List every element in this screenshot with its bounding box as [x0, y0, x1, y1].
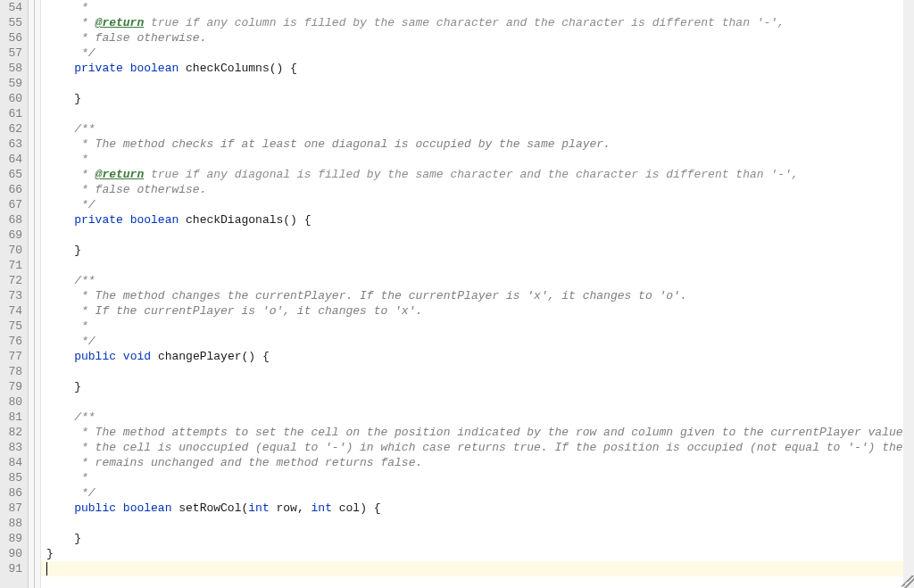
code-line[interactable]: * If the currentPlayer is 'o', it change… — [41, 303, 914, 319]
code-token-plain — [332, 501, 339, 515]
code-token-ret: @return — [96, 168, 145, 181]
line-number: 84 — [4, 455, 22, 470]
line-number: 58 — [4, 61, 22, 76]
code-token-kw: boolean — [130, 213, 179, 227]
code-token-paren: } — [74, 92, 81, 105]
code-line[interactable]: * — [41, 152, 914, 167]
code-line[interactable]: * the cell is unoccupied (equal to '-') … — [41, 440, 914, 455]
code-token-paren: } — [74, 380, 81, 393]
code-line[interactable]: * The method attempts to set the cell on… — [41, 425, 914, 440]
line-number: 62 — [4, 121, 22, 137]
code-token-paren: () { — [270, 62, 297, 75]
code-token-doc: * remains unchanged and the method retur… — [46, 456, 422, 469]
code-area[interactable]: * * @return true if any column is filled… — [41, 0, 914, 588]
code-token-doc: /** — [46, 274, 96, 287]
code-token-doc: * — [46, 168, 96, 181]
code-line[interactable] — [41, 364, 914, 379]
code-token-plain — [46, 213, 74, 227]
line-number: 82 — [4, 425, 22, 440]
code-token-plain — [123, 213, 130, 227]
line-number: 75 — [4, 319, 22, 334]
code-line[interactable] — [41, 76, 914, 91]
code-token-plain — [179, 213, 186, 227]
code-token-doc: /** — [46, 122, 96, 136]
code-line[interactable]: } — [41, 243, 914, 258]
code-line[interactable]: private boolean checkColumns() { — [41, 61, 914, 76]
line-number: 74 — [4, 303, 22, 319]
code-line[interactable]: */ — [41, 485, 914, 501]
code-token-kw: public — [74, 350, 116, 363]
code-token-doc: */ — [46, 46, 96, 60]
line-number: 61 — [4, 106, 22, 121]
code-line[interactable]: * — [41, 319, 914, 334]
code-token-method: checkColumns — [186, 62, 270, 75]
code-line[interactable]: public void changePlayer() { — [41, 349, 914, 364]
code-line[interactable] — [41, 394, 914, 410]
code-token-kw: private — [74, 213, 123, 227]
code-token-kw: private — [74, 62, 123, 75]
line-number: 71 — [4, 258, 22, 273]
code-line[interactable]: * @return true if any diagonal is filled… — [41, 167, 914, 182]
code-line[interactable]: * The method checks if at least one diag… — [41, 137, 914, 152]
code-token-var: col — [339, 501, 360, 515]
code-token-doc: * The method checks if at least one diag… — [46, 137, 611, 151]
code-line[interactable] — [41, 106, 914, 121]
code-line[interactable]: } — [41, 546, 914, 561]
code-line[interactable]: */ — [41, 197, 914, 212]
line-number: 59 — [4, 76, 22, 91]
code-line[interactable]: /** — [41, 121, 914, 137]
code-line[interactable]: * @return true if any column is filled b… — [41, 15, 914, 30]
code-line[interactable]: */ — [41, 334, 914, 349]
code-line[interactable] — [41, 228, 914, 243]
line-number: 63 — [4, 137, 22, 152]
code-token-plain — [46, 501, 74, 515]
line-number: 68 — [4, 212, 22, 228]
code-line[interactable]: /** — [41, 273, 914, 288]
code-line[interactable]: * — [41, 470, 914, 485]
code-token-doc: */ — [46, 486, 96, 500]
code-line[interactable]: /** — [41, 410, 914, 425]
line-number: 89 — [4, 531, 22, 546]
code-token-plain — [116, 350, 123, 363]
code-token-plain — [46, 380, 74, 393]
code-editor[interactable]: 5455565758596061626364656667686970717273… — [0, 0, 914, 588]
resize-corner-icon[interactable] — [902, 576, 914, 588]
text-caret — [46, 562, 47, 576]
code-token-paren: } — [74, 244, 81, 257]
code-line[interactable]: * false otherwise. — [41, 30, 914, 46]
code-token-paren: () { — [242, 350, 270, 363]
code-token-doc: * the cell is unoccupied (equal to '-') … — [46, 441, 914, 454]
code-token-plain — [46, 62, 74, 75]
code-token-kw: boolean — [123, 501, 172, 515]
line-number: 72 — [4, 273, 22, 288]
code-line[interactable]: */ — [41, 46, 914, 61]
code-token-doc: * — [46, 16, 96, 29]
code-line[interactable]: * false otherwise. — [41, 182, 914, 197]
code-token-paren: () { — [283, 213, 311, 227]
vertical-scrollbar[interactable] — [903, 0, 914, 588]
code-token-kw: public — [74, 501, 116, 515]
fold-gutter[interactable] — [29, 0, 41, 588]
code-line[interactable]: } — [41, 531, 914, 546]
line-number: 77 — [4, 349, 22, 364]
code-token-doc: */ — [46, 335, 96, 348]
code-token-plain — [46, 532, 74, 545]
code-line[interactable]: private boolean checkDiagonals() { — [41, 212, 914, 228]
code-line[interactable]: * The method changes the currentPlayer. … — [41, 288, 914, 303]
code-line[interactable]: * remains unchanged and the method retur… — [41, 455, 914, 470]
code-token-paren: } — [74, 532, 81, 545]
code-token-paren: } — [46, 547, 54, 560]
code-line[interactable]: public boolean setRowCol(int row, int co… — [41, 501, 914, 516]
line-number: 55 — [4, 15, 22, 30]
code-line[interactable] — [41, 258, 914, 273]
code-line[interactable]: } — [41, 379, 914, 394]
code-line[interactable]: * — [41, 0, 914, 15]
code-token-doc: * false otherwise. — [46, 183, 206, 196]
code-token-plain — [46, 350, 74, 363]
code-token-plain — [46, 244, 74, 257]
code-line[interactable] — [41, 516, 914, 531]
line-number: 86 — [4, 485, 22, 501]
code-line[interactable] — [41, 561, 914, 576]
code-line[interactable]: } — [41, 91, 914, 106]
code-token-plain — [123, 62, 130, 75]
